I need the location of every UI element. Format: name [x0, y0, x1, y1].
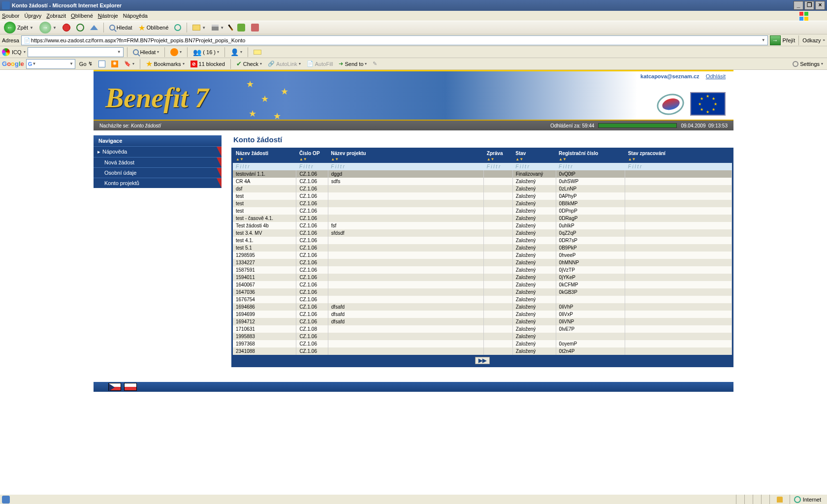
history-button[interactable]	[172, 23, 183, 32]
menu-favorites[interactable]: Oblíbené	[71, 13, 93, 19]
table-row[interactable]: testCZ.1.06Založený0APhyP	[233, 192, 732, 200]
filter-cell[interactable]: F i l t r	[556, 163, 625, 170]
table-cell	[625, 207, 732, 215]
icq-user-button[interactable]: 👤▾	[228, 47, 244, 57]
messenger-button[interactable]	[235, 23, 247, 32]
table-row[interactable]: testCZ.1.06Založený0DPnpP	[233, 207, 732, 215]
links-label[interactable]: Odkazy	[802, 37, 821, 43]
menu-view[interactable]: Zobrazit	[46, 13, 66, 19]
table-row[interactable]: Test žádosti 4bCZ.1.06fsfZaložený0uhIkP	[233, 222, 732, 229]
menu-edit[interactable]: Úpravy	[24, 13, 41, 19]
table-row[interactable]: 1995883CZ.1.06Založený	[233, 333, 732, 340]
sidebar-item[interactable]: Osobní údaje	[94, 167, 222, 178]
filter-cell[interactable]: F i l t r	[296, 163, 328, 170]
table-row[interactable]: test 4.1.CZ.1.06Založený0DR7sP	[233, 237, 732, 244]
table-row[interactable]: 2341088CZ.1.06Založený0t2n4P	[233, 347, 732, 355]
menu-file[interactable]: Soubor	[2, 13, 19, 19]
table-row[interactable]: testování 1.1.CZ.1.06dggdFinalizovaný0vQ…	[233, 170, 732, 178]
filter-cell[interactable]: F i l t r	[328, 163, 483, 170]
table-row[interactable]: 1694712CZ.1.06dfsafdZaložený0liVNP	[233, 318, 732, 325]
minimize-button[interactable]: _	[794, 1, 803, 10]
main-content: Konto žádostí Název žádosti▲▼Číslo OP▲▼N…	[231, 135, 733, 367]
google-autolink-button[interactable]: 🔗AutoLink▾	[266, 60, 303, 68]
table-cell: 1995883	[233, 333, 296, 340]
column-header[interactable]: Stav▲▼	[512, 149, 556, 163]
icq-search-input[interactable]: ▼	[28, 47, 124, 57]
column-header[interactable]: Název žádosti▲▼	[233, 149, 296, 163]
flag-pl-icon[interactable]	[124, 383, 137, 391]
google-bookmarks-button[interactable]: ★Bookmarks▾	[144, 58, 187, 69]
google-settings-button[interactable]: Settings▾	[791, 60, 825, 68]
google-search-input[interactable]: G▼▼	[26, 59, 75, 69]
table-row[interactable]: 1298595CZ.1.06Založený0hveeP	[233, 252, 732, 259]
print-button[interactable]: ▼	[210, 24, 226, 32]
table-row[interactable]: 1676754CZ.1.06Založený	[233, 296, 732, 303]
chevron-down-icon[interactable]: ▼	[762, 38, 765, 42]
sidebar-item[interactable]: Nová žádost	[94, 157, 222, 167]
edit-button[interactable]	[228, 23, 233, 32]
column-header[interactable]: Název projektu▲▼	[328, 149, 483, 163]
table-cell	[484, 266, 513, 274]
table-row[interactable]: testCZ.1.06Založený0B8kMP	[233, 200, 732, 207]
refresh-button[interactable]	[74, 23, 86, 32]
filter-cell[interactable]: F i l t r	[484, 163, 513, 170]
research-button[interactable]	[249, 23, 261, 32]
column-header[interactable]: Registrační číslo▲▼	[556, 149, 625, 163]
forward-button[interactable]: → ▼	[37, 21, 59, 34]
menu-help[interactable]: Nápověda	[123, 13, 148, 19]
flag-cz-icon[interactable]	[108, 383, 121, 391]
table-row[interactable]: CR 4ACZ.1.06sdfsZaložený0uhSWP	[233, 178, 732, 185]
home-button[interactable]	[88, 24, 100, 31]
search-button[interactable]: Hledat	[107, 24, 134, 32]
pager-next-button[interactable]: ▶▶	[475, 357, 490, 364]
column-header[interactable]: Zpráva▲▼	[484, 149, 513, 163]
sidebar-item[interactable]: Konto projektů	[94, 178, 222, 188]
table-cell	[625, 178, 732, 185]
filter-cell[interactable]: F i l t r	[625, 163, 732, 170]
restore-button[interactable]: ❐	[804, 1, 814, 10]
table-row[interactable]: 1594011CZ.1.06Založený0jYKeP	[233, 274, 732, 281]
filter-cell[interactable]: F i l t r	[512, 163, 556, 170]
google-check-button[interactable]: ✔Check▾	[234, 59, 264, 68]
table-row[interactable]: 1647036CZ.1.06Založený0kGB3P	[233, 288, 732, 296]
table-cell: dfsafd	[328, 311, 483, 318]
table-row[interactable]: test - časově 4.1.CZ.1.06Založený0DRagP	[233, 215, 732, 222]
google-rss-button[interactable]: ◉	[109, 60, 120, 68]
table-row[interactable]: 1640067CZ.1.06Založený0kCFMP	[233, 281, 732, 288]
column-header[interactable]: Stav zpracování▲▼	[625, 149, 732, 163]
table-row[interactable]: 1997368CZ.1.06Založený0oyemP	[233, 340, 732, 347]
sidebar-item[interactable]: ▸Nápověda	[94, 146, 222, 157]
lock-icon	[777, 497, 783, 503]
google-blocked-button[interactable]: ⊘11 blocked	[189, 60, 227, 68]
address-input[interactable]: 📄 https://www.eu-zadost.cz/form.aspx?fn=…	[21, 35, 768, 45]
filter-cell[interactable]: F i l t r	[233, 163, 296, 170]
back-button[interactable]: ← Zpět ▼	[2, 21, 35, 34]
go-button[interactable]: →	[770, 35, 781, 45]
logout-link[interactable]: Odhlásit	[706, 73, 726, 79]
google-sendto-button[interactable]: ➜Send to▾	[337, 60, 369, 68]
icq-search-button[interactable]: Hledat▾	[131, 48, 161, 56]
close-button[interactable]: ×	[815, 1, 825, 10]
icq-notify-button[interactable]: ▾	[168, 47, 184, 57]
google-bm2-button[interactable]: 🔖▾	[122, 60, 136, 68]
table-row[interactable]: 1710631CZ.1.08Založený0lvE7P	[233, 325, 732, 333]
column-header[interactable]: Číslo OP▲▼	[296, 149, 328, 163]
stop-button[interactable]	[61, 23, 72, 32]
requests-table: Název žádosti▲▼Číslo OP▲▼Název projektu▲…	[233, 149, 732, 355]
table-row[interactable]: 1334227CZ.1.06Založený0hMNNP	[233, 259, 732, 266]
table-row[interactable]: dsfCZ.1.06Založený0zLnNP	[233, 185, 732, 192]
table-row[interactable]: 1694686CZ.1.06dfsafdZaložený0liVhP	[233, 303, 732, 311]
icq-contacts-button[interactable]: 👥( 16 )▾	[191, 47, 221, 57]
google-wand-button[interactable]: ✎	[371, 60, 379, 68]
google-go-button[interactable]: Go↯	[77, 60, 95, 68]
menu-tools[interactable]: Nástroje	[98, 13, 118, 19]
table-row[interactable]: test 3.4. MVCZ.1.06sfdsdfZaložený0qZ2qP	[233, 229, 732, 237]
mail-button[interactable]: ▼	[191, 24, 208, 32]
google-autofill-button[interactable]: 📄AutoFill	[305, 60, 335, 68]
table-row[interactable]: 1694699CZ.1.06dfsafdZaložený0liVxP	[233, 311, 732, 318]
google-new-button[interactable]	[96, 60, 107, 68]
table-row[interactable]: test 5.1CZ.1.06Založený0B9PkP	[233, 244, 732, 252]
table-row[interactable]: 1587591CZ.1.06Založený0jVzTP	[233, 266, 732, 274]
favorites-button[interactable]: ★Oblíbené	[136, 22, 171, 33]
icq-highlight-button[interactable]	[252, 49, 263, 56]
